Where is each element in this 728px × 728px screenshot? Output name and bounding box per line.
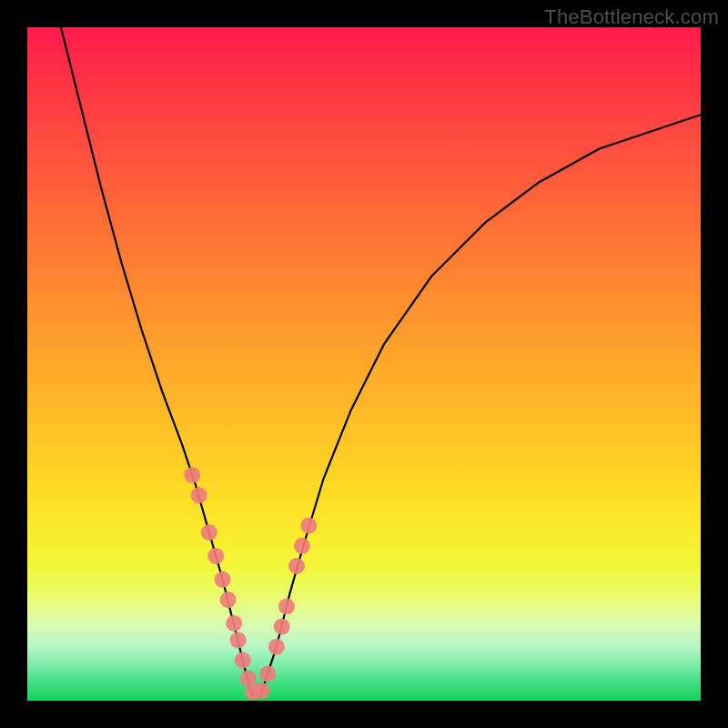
sample-marker bbox=[300, 518, 317, 534]
chart-frame: TheBottleneck.com bbox=[0, 0, 728, 728]
sample-marker bbox=[278, 598, 295, 614]
sample-marker bbox=[268, 639, 285, 655]
marker-group bbox=[184, 467, 317, 700]
sample-marker bbox=[184, 467, 200, 483]
sample-marker bbox=[215, 571, 231, 588]
sample-marker bbox=[235, 652, 251, 669]
sample-marker bbox=[294, 538, 310, 554]
sample-marker bbox=[191, 487, 207, 503]
sample-marker bbox=[254, 682, 270, 699]
sample-marker bbox=[230, 632, 247, 648]
sample-marker bbox=[207, 548, 224, 564]
sample-marker bbox=[220, 592, 237, 608]
watermark-text: TheBottleneck.com bbox=[544, 5, 719, 29]
sample-marker bbox=[259, 665, 276, 682]
bottleneck-curve bbox=[61, 27, 701, 694]
curve-svg bbox=[27, 27, 701, 701]
plot-area bbox=[27, 27, 701, 701]
sample-marker bbox=[201, 524, 217, 541]
sample-marker bbox=[288, 558, 305, 574]
sample-marker bbox=[226, 615, 242, 632]
sample-marker bbox=[274, 619, 290, 635]
